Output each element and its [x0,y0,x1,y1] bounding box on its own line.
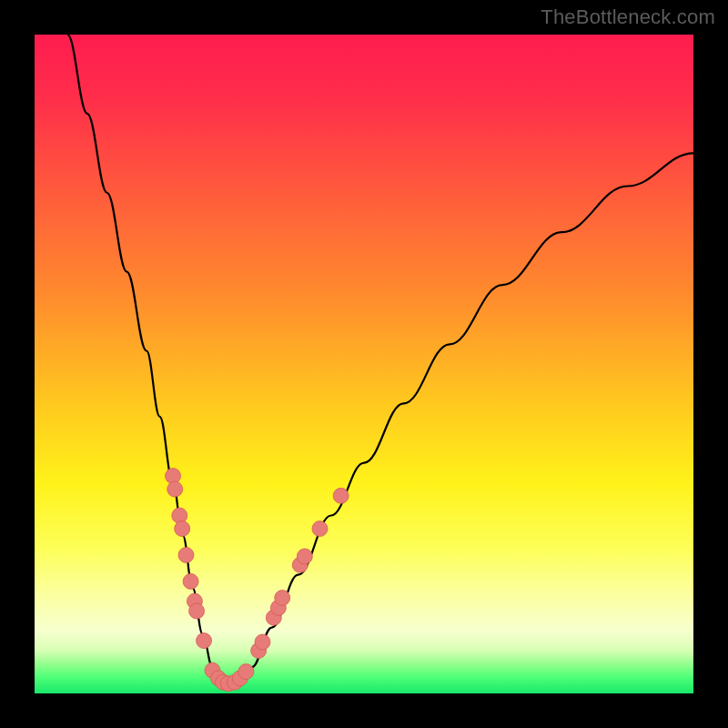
right-branch-dot [297,549,312,564]
curve-layer [35,35,693,693]
left-branch-dot [178,547,194,562]
left-branch-dot [167,481,183,497]
left-branch-dot [183,573,198,589]
left-branch-dot [197,633,212,649]
plot-area [35,35,693,693]
bottom-dot [238,664,254,680]
left-branch-dot [172,508,187,523]
right-branch-dot [275,591,290,606]
data-dot-group [166,469,349,692]
right-branch-dot [312,521,328,537]
left-branch-dot [189,603,205,619]
right-branch-dot [333,488,349,503]
right-branch-dot [255,634,270,650]
credit-text: TheBottleneck.com [541,5,715,29]
bottleneck-curve [67,35,693,683]
left-branch-dot [175,521,190,537]
chart-frame: TheBottleneck.com [0,0,728,728]
